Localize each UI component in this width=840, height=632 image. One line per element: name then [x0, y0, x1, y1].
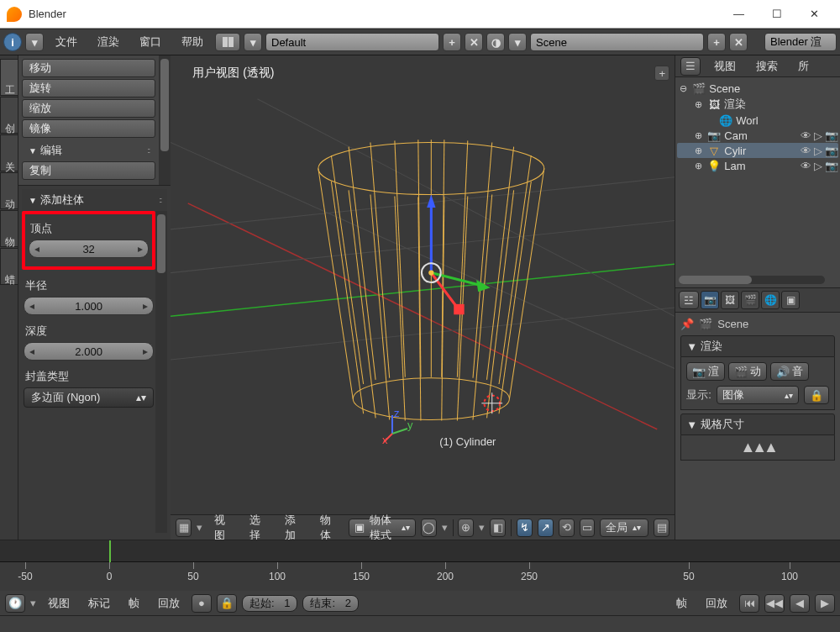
- render-anim-button[interactable]: 🎬动: [728, 362, 767, 381]
- manipulator-scale-icon[interactable]: ▭: [580, 519, 596, 537]
- shading-wireframe-icon[interactable]: ◯: [421, 519, 437, 537]
- outliner-world-row[interactable]: ⊕ 🌐 Worl: [677, 113, 838, 128]
- window-close-button[interactable]: ✕: [795, 2, 833, 27]
- pivot-align-icon[interactable]: ◧: [490, 519, 506, 537]
- outliner-filter-menu[interactable]: 所: [791, 56, 816, 76]
- eye-icon[interactable]: 👁: [801, 160, 811, 172]
- outliner-cylinder-row[interactable]: ⊕ ▽ Cylir 👁▷📷: [677, 143, 838, 158]
- tool-rotate-button[interactable]: 旋转: [22, 79, 155, 97]
- autokey-button[interactable]: ●: [192, 594, 212, 613]
- outliner-camera-row[interactable]: ⊕ 📷 Cam 👁▷📷: [677, 128, 838, 143]
- timeline-strip[interactable]: [0, 540, 840, 562]
- increment-icon[interactable]: ▸: [138, 243, 143, 255]
- end-frame-field[interactable]: 结束: 2: [302, 595, 358, 612]
- screen-layout-dropdown-icon[interactable]: ▾: [244, 33, 262, 51]
- menu-render[interactable]: 渲染: [89, 31, 128, 53]
- editor-type-icon[interactable]: ▦: [176, 519, 192, 537]
- timeline-playback-menu[interactable]: 回放: [151, 593, 186, 614]
- cursor-icon[interactable]: ▷: [814, 160, 822, 172]
- scene-delete-button[interactable]: ✕: [729, 33, 748, 51]
- toolshelf-tab-physics[interactable]: 物: [0, 210, 18, 247]
- toolshelf-tab-tools[interactable]: 工: [0, 59, 18, 96]
- tool-duplicate-button[interactable]: 复制: [22, 161, 155, 180]
- toolshelf-tab-relations[interactable]: 关: [0, 134, 18, 171]
- outliner-scene-row[interactable]: ⊖ 🎬 Scene: [677, 81, 838, 96]
- pin-icon[interactable]: 📌: [680, 318, 694, 330]
- start-frame-field[interactable]: 起始: 1: [242, 595, 297, 612]
- layers-icon[interactable]: ▤: [654, 519, 669, 537]
- tool-scale-button[interactable]: 缩放: [22, 99, 155, 118]
- capfill-select[interactable]: 多边面 (Ngon) ▴▾: [24, 387, 154, 408]
- properties-editor-icon[interactable]: ☳: [679, 291, 699, 309]
- expand-icon[interactable]: ⊕: [692, 161, 704, 171]
- info-editor-icon[interactable]: i: [3, 33, 22, 51]
- operator-scrollbar[interactable]: [155, 211, 167, 533]
- screen-layout-add-button[interactable]: +: [443, 33, 461, 51]
- timeline-view-menu[interactable]: 视图: [41, 593, 76, 614]
- operator-panel-header[interactable]: ▼ 添加柱体 ::::: [22, 189, 167, 211]
- mode-select[interactable]: ▣ 物体模式 ▴▾: [349, 519, 416, 537]
- play-button[interactable]: ▶: [815, 594, 835, 613]
- decrement-icon[interactable]: ◂: [34, 243, 39, 255]
- outliner-renderlayers-row[interactable]: ⊕ 🖼 渲染: [677, 96, 838, 113]
- pivot-icon[interactable]: ⊕: [458, 519, 474, 537]
- menu-help[interactable]: 帮助: [173, 31, 212, 53]
- cursor-icon[interactable]: ▷: [814, 145, 822, 157]
- orientation-select[interactable]: 全局 ▴▾: [600, 519, 648, 537]
- render-icon[interactable]: 📷: [825, 145, 838, 157]
- radius-field[interactable]: ◂ 1.000 ▸: [24, 297, 154, 315]
- increment-icon[interactable]: ▸: [143, 300, 148, 312]
- properties-tab-world[interactable]: 🌐: [761, 291, 780, 309]
- properties-tab-renderlayers[interactable]: 🖼: [721, 291, 739, 309]
- timeline-ruler[interactable]: -50 0 50 100 150 200 250 50 100: [0, 562, 840, 591]
- tool-mirror-button[interactable]: 镜像: [22, 119, 155, 138]
- toolshelf-tab-greasepencil[interactable]: 蜡: [0, 248, 18, 285]
- outliner-search-menu[interactable]: 搜索: [749, 56, 785, 76]
- outliner-editor-icon[interactable]: ☰: [680, 57, 701, 76]
- expand-icon[interactable]: ⊕: [692, 130, 704, 141]
- editor-dropdown-icon[interactable]: ▾: [197, 521, 202, 534]
- 3d-viewport[interactable]: 用户视图 (透视) + (1) Cylinder z y x: [171, 55, 675, 514]
- timeline-frame-menu[interactable]: 帧: [122, 593, 146, 614]
- shading-dropdown-icon[interactable]: ▾: [442, 521, 448, 534]
- editor-type-dropdown-icon[interactable]: ▾: [25, 33, 44, 51]
- prev-keyframe-button[interactable]: ◀◀: [764, 594, 785, 613]
- display-mode-select[interactable]: 图像▴▾: [717, 386, 799, 404]
- render-audio-button[interactable]: 🔊音: [770, 362, 809, 381]
- eye-icon[interactable]: 👁: [801, 145, 811, 157]
- jump-start-button[interactable]: ⏮: [739, 594, 759, 613]
- editor-dropdown-icon[interactable]: ▾: [30, 597, 36, 609]
- properties-tab-scene[interactable]: 🎬: [741, 291, 759, 309]
- decrement-icon[interactable]: ◂: [29, 300, 34, 312]
- window-minimize-button[interactable]: —: [720, 2, 758, 27]
- increment-icon[interactable]: ▸: [143, 345, 148, 357]
- expand-icon[interactable]: ⊕: [692, 99, 704, 110]
- properties-tab-render[interactable]: 📷: [701, 291, 719, 309]
- timeline-marker-menu[interactable]: 标记: [81, 593, 117, 614]
- properties-tab-object[interactable]: ▣: [781, 291, 800, 309]
- decrement-icon[interactable]: ◂: [29, 345, 34, 357]
- scene-dropdown-icon[interactable]: ▾: [508, 33, 527, 51]
- depth-field[interactable]: ◂ 2.000 ▸: [24, 342, 154, 361]
- outliner-lamp-row[interactable]: ⊕ 💡 Lam 👁▷📷: [677, 158, 838, 173]
- timeline[interactable]: -50 0 50 100 150 200 250 50 100: [0, 540, 840, 590]
- window-maximize-button[interactable]: ☐: [758, 2, 795, 27]
- viewport-expand-button[interactable]: +: [654, 66, 669, 81]
- expand-icon[interactable]: ⊖: [677, 83, 689, 94]
- lock-interface-button[interactable]: 🔒: [804, 386, 829, 404]
- presets-icon[interactable]: ▲▲▲: [740, 439, 774, 456]
- dimensions-panel-header[interactable]: ▼ 规格尺寸: [680, 413, 835, 435]
- manipulator-toggle-icon[interactable]: ↯: [517, 519, 533, 537]
- scene-add-button[interactable]: +: [707, 33, 726, 51]
- eye-icon[interactable]: 👁: [801, 129, 811, 142]
- vertices-field[interactable]: ◂ 32 ▸: [29, 240, 149, 258]
- manipulator-rotate-icon[interactable]: ⟲: [559, 519, 575, 537]
- outliner[interactable]: ⊖ 🎬 Scene ⊕ 🖼 渲染 ⊕ 🌐 Worl ⊕ 📷 Ca: [675, 77, 840, 287]
- toolshelf-tab-create[interactable]: 创: [0, 97, 18, 134]
- pivot-dropdown-icon[interactable]: ▾: [479, 521, 485, 534]
- menu-file[interactable]: 文件: [47, 31, 86, 53]
- timeline-editor-icon[interactable]: 🕐: [5, 594, 25, 613]
- manipulator-translate-icon[interactable]: ↗: [538, 519, 554, 537]
- render-engine-field[interactable]: Blender 渲: [764, 33, 837, 51]
- expand-icon[interactable]: ⊕: [692, 145, 704, 156]
